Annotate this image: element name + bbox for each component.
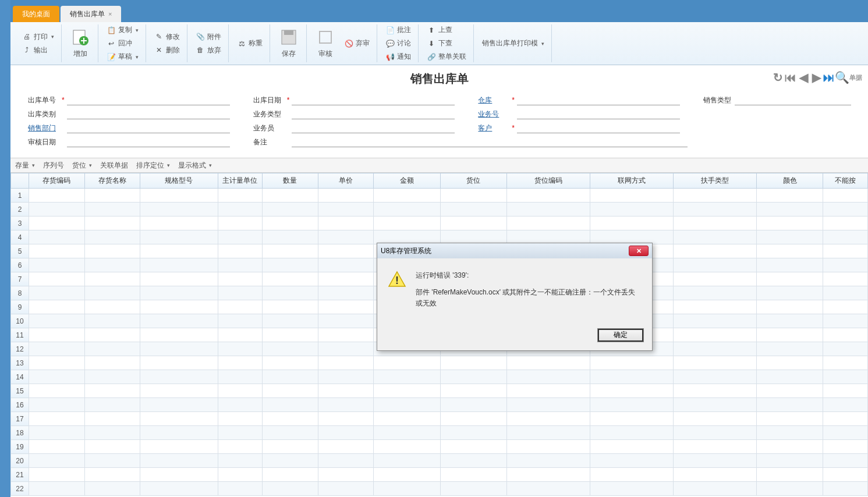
grid-cell[interactable] — [140, 328, 218, 342]
audit-button[interactable]: 审核 — [311, 26, 339, 61]
grid-cell[interactable] — [140, 482, 218, 496]
batch-button[interactable]: 📄批注 — [382, 24, 414, 36]
grid-cell[interactable] — [218, 189, 263, 203]
grid-cell[interactable] — [756, 440, 823, 454]
grid-cell[interactable] — [218, 426, 263, 440]
grid-cell[interactable] — [440, 426, 506, 440]
grid-cell[interactable] — [263, 328, 318, 342]
row-number[interactable]: 2 — [11, 203, 29, 216]
column-header[interactable]: 颜色 — [756, 173, 823, 189]
input-audit-date[interactable] — [67, 137, 230, 147]
grid-cell[interactable] — [218, 440, 263, 454]
row-number[interactable]: 22 — [11, 482, 29, 496]
related-button[interactable]: 关联单据 — [100, 161, 128, 171]
grid-cell[interactable] — [318, 314, 374, 328]
grid-cell[interactable] — [507, 189, 590, 203]
grid-cell[interactable] — [318, 370, 374, 384]
grid-cell[interactable] — [318, 300, 374, 314]
grid-cell[interactable] — [140, 189, 218, 203]
grid-cell[interactable] — [263, 440, 318, 454]
grid-cell[interactable] — [440, 398, 506, 412]
table-row[interactable]: 21 — [11, 468, 868, 482]
grid-cell[interactable] — [756, 203, 823, 216]
grid-cell[interactable] — [263, 216, 318, 230]
grid-cell[interactable] — [507, 398, 590, 412]
row-number[interactable]: 18 — [11, 426, 29, 440]
input-out-date[interactable] — [292, 95, 455, 105]
grid-cell[interactable] — [507, 370, 590, 384]
grid-cell[interactable] — [84, 314, 140, 328]
grid-cell[interactable] — [507, 454, 590, 468]
grid-cell[interactable] — [140, 356, 218, 370]
grid-cell[interactable] — [440, 370, 506, 384]
grid-cell[interactable] — [29, 314, 85, 328]
add-button[interactable]: 增加 — [66, 26, 94, 61]
grid-cell[interactable] — [263, 412, 318, 426]
grid-cell[interactable] — [673, 314, 756, 328]
grid-cell[interactable] — [440, 189, 506, 203]
grid-cell[interactable] — [440, 356, 506, 370]
grid-cell[interactable] — [29, 258, 85, 272]
grid-cell[interactable] — [29, 300, 85, 314]
grid-cell[interactable] — [84, 440, 140, 454]
row-number[interactable]: 8 — [11, 286, 29, 300]
grid-cell[interactable] — [507, 440, 590, 454]
input-salesperson[interactable] — [292, 123, 455, 133]
row-number[interactable]: 14 — [11, 370, 29, 384]
grid-cell[interactable] — [374, 189, 440, 203]
display-button[interactable]: 显示格式▾ — [178, 161, 212, 171]
grid-cell[interactable] — [374, 440, 440, 454]
grid-cell[interactable] — [318, 258, 374, 272]
grid-cell[interactable] — [756, 370, 823, 384]
grid-cell[interactable] — [673, 189, 756, 203]
grid-cell[interactable] — [756, 468, 823, 482]
grid-cell[interactable] — [140, 412, 218, 426]
row-number[interactable]: 13 — [11, 356, 29, 370]
grid-cell[interactable] — [823, 244, 868, 258]
grid-cell[interactable] — [756, 342, 823, 356]
print-button[interactable]: 🖨打印▾ — [19, 31, 58, 43]
lookup-down-button[interactable]: ⬇下查 — [423, 37, 470, 49]
table-row[interactable]: 18 — [11, 426, 868, 440]
input-out-no[interactable] — [67, 95, 230, 105]
column-header[interactable]: 金额 — [374, 173, 440, 189]
grid-cell[interactable] — [84, 203, 140, 216]
grid-cell[interactable] — [218, 258, 263, 272]
grid-cell[interactable] — [263, 370, 318, 384]
modify-button[interactable]: ✎修改 — [151, 31, 183, 43]
grid-cell[interactable] — [140, 272, 218, 286]
grid-cell[interactable] — [318, 230, 374, 244]
grid-cell[interactable] — [29, 272, 85, 286]
table-row[interactable]: 3 — [11, 216, 868, 230]
grid-cell[interactable] — [507, 482, 590, 496]
column-header[interactable]: 存货编码 — [29, 173, 85, 189]
attachment-button[interactable]: 📎附件 — [192, 31, 225, 43]
grid-cell[interactable] — [673, 370, 756, 384]
grid-cell[interactable] — [84, 356, 140, 370]
input-remark[interactable] — [292, 137, 688, 147]
grid-cell[interactable] — [673, 384, 756, 398]
grid-cell[interactable] — [140, 342, 218, 356]
grid-cell[interactable] — [823, 258, 868, 272]
table-row[interactable]: 19 — [11, 440, 868, 454]
grid-cell[interactable] — [84, 244, 140, 258]
grid-cell[interactable] — [374, 426, 440, 440]
grid-cell[interactable] — [263, 314, 318, 328]
grid-cell[interactable] — [673, 468, 756, 482]
grid-cell[interactable] — [29, 203, 85, 216]
grid-cell[interactable] — [263, 454, 318, 468]
grid-cell[interactable] — [29, 468, 85, 482]
relate-button[interactable]: 🔗整单关联 — [423, 51, 470, 63]
row-number[interactable]: 11 — [11, 328, 29, 342]
grid-cell[interactable] — [590, 356, 674, 370]
grid-cell[interactable] — [140, 468, 218, 482]
grid-cell[interactable] — [263, 230, 318, 244]
grid-cell[interactable] — [218, 468, 263, 482]
grid-cell[interactable] — [590, 440, 674, 454]
grid-cell[interactable] — [374, 370, 440, 384]
dialog-close-button[interactable]: ✕ — [629, 246, 649, 256]
grid-cell[interactable] — [374, 454, 440, 468]
grid-cell[interactable] — [673, 216, 756, 230]
row-number[interactable]: 19 — [11, 440, 29, 454]
refresh-button[interactable]: ↻ — [773, 72, 783, 83]
